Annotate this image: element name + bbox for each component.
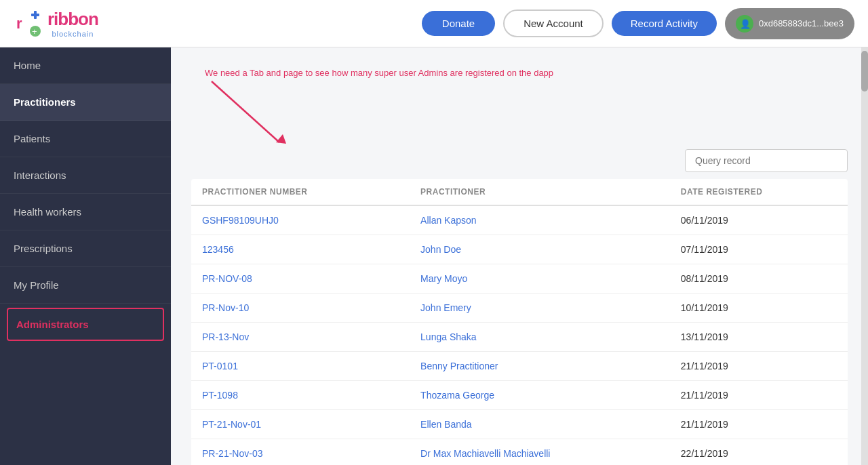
cell-num: PR-21-Nov-03 [191, 439, 410, 466]
scrollbar-thumb[interactable] [861, 51, 868, 92]
search-bar-row [191, 149, 848, 172]
table-body: GSHF98109UHJ0 Allan Kapson 06/11/2019 12… [191, 205, 848, 465]
col-header-date: DATE REGISTERED [670, 179, 848, 205]
svg-line-8 [212, 81, 279, 142]
wallet-icon: 👤 [736, 15, 753, 33]
cell-date: 21/11/2019 [670, 410, 848, 439]
annotation-text: We need a Tab and page to see how many s… [205, 64, 553, 78]
content-inner: We need a Tab and page to see how many s… [171, 47, 868, 465]
table-row: GSHF98109UHJ0 Allan Kapson 06/11/2019 [191, 205, 848, 235]
sidebar-item-administrators[interactable]: Administrators [7, 308, 164, 341]
cell-num: PT-1098 [191, 381, 410, 410]
scrollbar-track[interactable] [861, 47, 868, 465]
sidebar-item-home[interactable]: Home [0, 47, 171, 84]
cell-num: GSHF98109UHJ0 [191, 205, 410, 235]
cell-name: John Doe [410, 235, 670, 264]
cell-date: 22/11/2019 [670, 439, 848, 466]
cell-date: 10/11/2019 [670, 294, 848, 323]
sidebar-item-patients[interactable]: Patients [0, 121, 171, 157]
table-row: PR-NOV-08 Mary Moyo 08/11/2019 [191, 264, 848, 294]
sidebar-item-interactions[interactable]: Interactions [0, 157, 171, 194]
header: r + ribbon blockchain Donate New Account… [0, 0, 868, 47]
cell-num: PR-13-Nov [191, 323, 410, 352]
logo-icon: r + [14, 9, 42, 38]
cell-num: PT-21-Nov-01 [191, 410, 410, 439]
sidebar-item-practitioners[interactable]: Practitioners [0, 84, 171, 121]
record-activity-button[interactable]: Record Activity [612, 11, 717, 36]
cell-date: 08/11/2019 [670, 264, 848, 294]
table: PRACTITIONER NUMBER PRACTITIONER DATE RE… [191, 179, 848, 465]
wallet-address: 0xd685883dc1...bee3 [759, 18, 844, 28]
search-input[interactable] [685, 149, 848, 172]
table-row: PR-13-Nov Lunga Shaka 13/11/2019 [191, 323, 848, 352]
logo-blockchain: blockchain [47, 30, 98, 38]
cell-name: John Emery [410, 294, 670, 323]
svg-text:+: + [32, 26, 37, 37]
table-row: 123456 John Doe 07/11/2019 [191, 235, 848, 264]
cell-name: Mary Moyo [410, 264, 670, 294]
new-account-button[interactable]: New Account [503, 9, 604, 37]
table-row: PT-0101 Benny Practitioner 21/11/2019 [191, 352, 848, 381]
logo-area: r + ribbon blockchain [14, 9, 98, 38]
cell-name: Thozama George [410, 381, 670, 410]
cell-name: Ellen Banda [410, 410, 670, 439]
annotation-area: We need a Tab and page to see how many s… [191, 61, 848, 149]
cell-date: 21/11/2019 [670, 352, 848, 381]
cell-name: Benny Practitioner [410, 352, 670, 381]
svg-rect-3 [34, 11, 37, 19]
cell-name: Lunga Shaka [410, 323, 670, 352]
practitioners-table: PRACTITIONER NUMBER PRACTITIONER DATE RE… [191, 179, 848, 465]
donate-button[interactable]: Donate [422, 11, 495, 36]
cell-date: 13/11/2019 [670, 323, 848, 352]
svg-text:👤: 👤 [740, 18, 751, 30]
col-header-name: PRACTITIONER [410, 179, 670, 205]
cell-name: Dr Max Machiavelli Machiavelli [410, 439, 670, 466]
cell-num: PT-0101 [191, 352, 410, 381]
cell-date: 07/11/2019 [670, 235, 848, 264]
cell-num: PR-NOV-08 [191, 264, 410, 294]
sidebar-item-health-workers[interactable]: Health workers [0, 194, 171, 230]
table-header: PRACTITIONER NUMBER PRACTITIONER DATE RE… [191, 179, 848, 205]
table-row: PT-1098 Thozama George 21/11/2019 [191, 381, 848, 410]
cell-name: Allan Kapson [410, 205, 670, 235]
wallet-button[interactable]: 👤 0xd685883dc1...bee3 [725, 8, 854, 39]
header-nav: Donate New Account Record Activity 👤 0xd… [422, 8, 854, 39]
cell-num: 123456 [191, 235, 410, 264]
table-row: PT-21-Nov-01 Ellen Banda 21/11/2019 [191, 410, 848, 439]
col-header-num: PRACTITIONER NUMBER [191, 179, 410, 205]
logo-ribbon: ribbon [47, 9, 98, 30]
cell-date: 21/11/2019 [670, 381, 848, 410]
logo-text: ribbon blockchain [47, 9, 98, 38]
svg-marker-9 [276, 134, 286, 144]
main-layout: Home Practitioners Patients Interactions… [0, 47, 868, 465]
table-row: PR-21-Nov-03 Dr Max Machiavelli Machiave… [191, 439, 848, 466]
svg-text:r: r [16, 15, 22, 32]
sidebar: Home Practitioners Patients Interactions… [0, 47, 171, 465]
content-area: We need a Tab and page to see how many s… [171, 47, 868, 465]
cell-date: 06/11/2019 [670, 205, 848, 235]
cell-num: PR-Nov-10 [191, 294, 410, 323]
table-row: PR-Nov-10 John Emery 10/11/2019 [191, 294, 848, 323]
sidebar-item-prescriptions[interactable]: Prescriptions [0, 230, 171, 267]
sidebar-item-my-profile[interactable]: My Profile [0, 267, 171, 304]
